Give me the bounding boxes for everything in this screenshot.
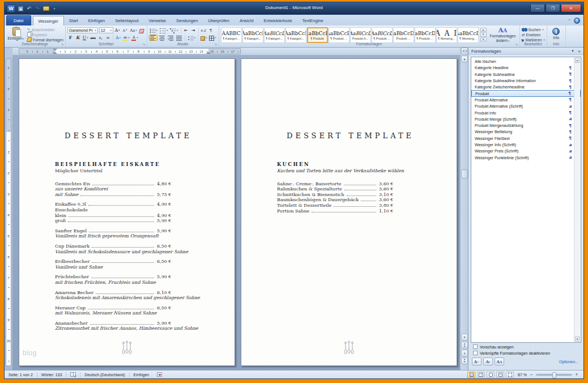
select-browse-object-button[interactable]: ● (461, 350, 468, 356)
paragraph-dialog-launcher[interactable]: ↘ (214, 42, 218, 46)
style-gallery-item[interactable]: AaBlCcD¶ Produkt ... (372, 27, 393, 43)
underline-button[interactable]: U▾ (82, 35, 89, 41)
styles-panel-item[interactable]: Wessinger Fließtext¶ (471, 135, 581, 142)
save-button[interactable] (17, 5, 24, 12)
paste-button[interactable]: Einfügen▾ (6, 27, 25, 41)
clipboard-dialog-launcher[interactable]: ↘ (60, 42, 65, 46)
task-pane-close-icon[interactable]: ✕ (578, 49, 581, 53)
style-gallery-item[interactable]: AaBbCcDc¶ Produkt ... (415, 27, 436, 43)
styles-panel-item[interactable]: Kategorie Headline¶ (471, 65, 581, 71)
styles-panel-item[interactable]: Produkt Menge (Schrift)a (471, 116, 581, 122)
scrollbar-thumb[interactable] (461, 169, 468, 178)
bold-button[interactable]: F (67, 35, 74, 41)
styles-panel-item[interactable]: Wessinger Preis (Schrift)a (471, 148, 581, 154)
styles-panel-item[interactable]: Produkt Info¶ (471, 109, 581, 116)
decrease-indent-button[interactable]: ⇤ (183, 27, 189, 33)
strikethrough-button[interactable]: abc (90, 35, 96, 41)
bullets-button[interactable]: ▾ (149, 27, 158, 33)
draft-view-button[interactable] (506, 372, 514, 378)
change-styles-button[interactable]: AA Formatvorlagen ändern▾ (488, 27, 518, 41)
status-language[interactable]: Deutsch (Deutschland) (80, 371, 129, 378)
tab-start[interactable]: Start (64, 16, 83, 25)
tab-wessinger[interactable]: Wessinger (33, 16, 64, 25)
clear-formatting-button[interactable] (139, 27, 145, 33)
fullscreen-reading-view-button[interactable] (477, 372, 485, 378)
preview-checkbox[interactable] (473, 344, 478, 349)
text-effects-button[interactable]: A▾ (115, 35, 121, 41)
restore-button[interactable]: ❐ (546, 5, 560, 12)
info-button[interactable]: i Info (549, 27, 564, 41)
qat-customize-dropdown[interactable]: ▾ (51, 5, 58, 12)
scroll-down-icon[interactable]: ▼ (461, 334, 468, 341)
manage-styles-button[interactable]: AA (495, 358, 504, 365)
options-link[interactable]: Optionen... (559, 360, 578, 364)
superscript-button[interactable]: x² (105, 35, 111, 41)
justify-button[interactable] (176, 35, 183, 41)
status-insert-mode[interactable]: Einfügen (130, 371, 154, 378)
font-dialog-launcher[interactable]: ↘ (142, 42, 146, 46)
style-inspector-button[interactable]: A⌕ (483, 358, 493, 365)
borders-button[interactable]: ▾ (208, 35, 216, 41)
print-layout-view-button[interactable] (467, 372, 475, 378)
gallery-scroll-up-icon[interactable]: ▲ (480, 28, 487, 32)
gallery-scroll-down-icon[interactable]: ▼ (480, 32, 487, 36)
next-page-button[interactable]: ▼▼ (461, 358, 468, 364)
styles-panel-item[interactable]: Produkt Mengenaufzählung¶ (471, 122, 581, 129)
zoom-level[interactable]: 87 % (518, 373, 527, 377)
zoom-in-button[interactable]: + (574, 372, 580, 377)
web-layout-view-button[interactable] (487, 372, 495, 378)
styles-scroll-down-icon[interactable]: ▼ (575, 337, 580, 342)
style-gallery-item[interactable]: AaBbCcD¶ Produkt ... (329, 27, 350, 43)
font-size-select[interactable]: 12▾ (99, 27, 113, 33)
vertical-scrollbar[interactable]: ▲ ▼ ▲▲ ● ▼▼ (460, 48, 468, 370)
ruler-toggle-button[interactable] (461, 48, 468, 54)
tab-seitenlayout[interactable]: Seitenlayout (110, 16, 143, 25)
document-page[interactable]: DESSERT TEMPLATEKUCHENKuchen und Torten … (241, 58, 457, 366)
styles-panel-item[interactable]: Wessinger Punktelinie (Schrift)a (471, 154, 581, 160)
find-button[interactable]: Suchen▾ (522, 28, 545, 32)
macro-record-button[interactable] (153, 371, 166, 378)
increase-indent-button[interactable]: ⇥ (190, 27, 197, 33)
status-word-count[interactable]: Wörter: 133 (37, 371, 66, 378)
tab-einfügen[interactable]: Einfügen (83, 16, 110, 25)
scroll-up-icon[interactable]: ▲ (461, 56, 468, 62)
style-gallery-item[interactable]: AaBbCcD¶ Produkt (307, 27, 328, 43)
preview-checkbox-row[interactable]: Vorschau anzeigen (473, 344, 583, 349)
style-gallery-item[interactable]: AABBC¶ Kategori... (221, 27, 242, 43)
numbering-button[interactable]: ▾ (159, 27, 168, 33)
align-right-button[interactable] (167, 35, 174, 41)
vertical-ruler[interactable]: 32112345678910 (6, 58, 11, 366)
grow-font-button[interactable]: A▲ (114, 27, 121, 33)
format-painter-button[interactable]: Format übertragen (27, 37, 63, 42)
show-paragraph-marks-button[interactable]: ¶ (208, 27, 214, 33)
open-button[interactable] (42, 5, 49, 12)
style-gallery-item[interactable]: A A I¶ Wessing... (436, 27, 457, 43)
close-button[interactable]: ✕ (561, 5, 581, 12)
replace-button[interactable]: ⇄Ersetzen (522, 33, 545, 37)
proofing-status-button[interactable] (66, 371, 80, 378)
zoom-out-button[interactable]: − (529, 372, 534, 377)
tab-entwicklertools[interactable]: Entwicklertools (259, 16, 297, 25)
style-gallery-item[interactable]: AaBbCcD¶ Wessing... (458, 27, 479, 43)
styles-list-scrollbar[interactable]: ▲ ▼ (574, 58, 580, 342)
tab-datei[interactable]: Datei (6, 15, 31, 25)
style-gallery-item[interactable]: AaBbCcI¶ Kategori... (286, 27, 306, 43)
tab-sendungen[interactable]: Sendungen (171, 16, 203, 25)
previous-page-button[interactable]: ▲▲ (461, 342, 468, 348)
shrink-font-button[interactable]: A▼ (122, 27, 128, 33)
style-gallery-item[interactable]: AaBbCcI¶ Kategori... (242, 27, 263, 43)
minimize-button[interactable]: — (530, 5, 545, 12)
new-style-button[interactable]: A+ (472, 358, 482, 365)
first-line-indent-marker[interactable] (53, 49, 57, 51)
tab-verweise[interactable]: Verweise (144, 16, 171, 25)
linked-styles-checkbox[interactable] (473, 351, 478, 355)
align-left-button[interactable] (149, 35, 157, 41)
tab-ansicht[interactable]: Ansicht (235, 16, 259, 25)
styles-panel-item[interactable]: Kategorie Zwischenheadline¶ (471, 84, 581, 90)
styles-dialog-launcher[interactable]: ↘ (514, 42, 519, 46)
hanging-indent-marker[interactable] (53, 52, 57, 54)
copy-button[interactable]: Kopieren (27, 32, 63, 37)
subscript-button[interactable]: x₂ (97, 35, 104, 41)
highlight-button[interactable]: ab▾ (122, 35, 130, 41)
styles-panel-item[interactable]: Kategorie Subheadline Information¶ (471, 78, 581, 84)
